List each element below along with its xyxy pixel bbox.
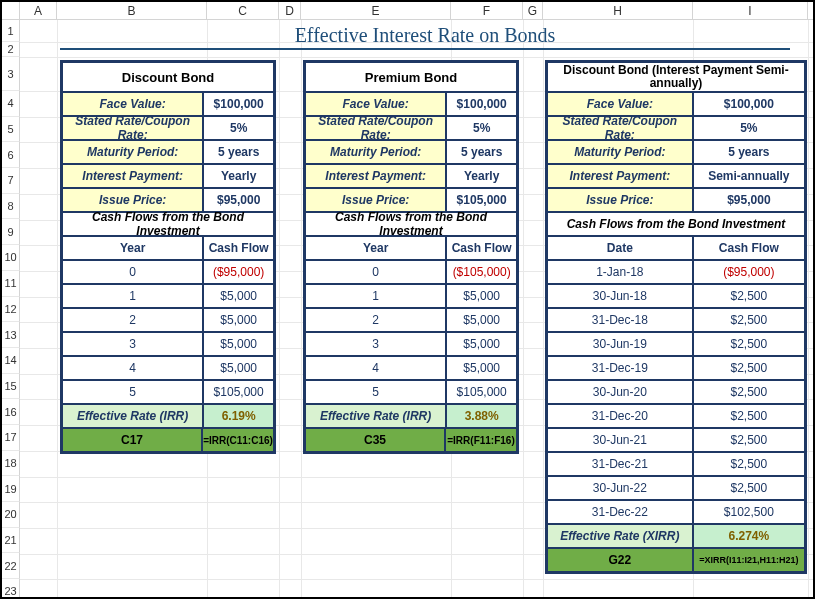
- col-H[interactable]: H: [543, 2, 693, 19]
- row-7[interactable]: 7: [2, 168, 20, 194]
- flow-cashflow[interactable]: $5,000: [446, 356, 517, 380]
- row-3[interactable]: 3: [2, 57, 20, 91]
- semi-ref[interactable]: G22: [547, 548, 693, 572]
- flow-period[interactable]: 3: [62, 332, 203, 356]
- label-rate[interactable]: Stated Rate/Coupon Rate:: [62, 116, 203, 140]
- discount-formula[interactable]: =IRR(C11:C16): [202, 428, 274, 452]
- discount-cashflows-header[interactable]: Cash Flows from the Bond Investment: [62, 212, 274, 236]
- flow-period[interactable]: 1-Jan-18: [547, 260, 693, 284]
- row-11[interactable]: 11: [2, 271, 20, 297]
- row-8[interactable]: 8: [2, 194, 20, 220]
- col-B[interactable]: B: [57, 2, 207, 19]
- flow-period[interactable]: 1: [62, 284, 203, 308]
- flow-cashflow[interactable]: ($105,000): [446, 260, 517, 284]
- col-F[interactable]: F: [451, 2, 523, 19]
- discount-face[interactable]: $100,000: [203, 92, 274, 116]
- semi-eff[interactable]: 6.274%: [693, 524, 805, 548]
- row-1[interactable]: 1: [2, 20, 20, 42]
- flow-cashflow[interactable]: $5,000: [446, 308, 517, 332]
- col-I[interactable]: I: [693, 2, 808, 19]
- semi-face[interactable]: $100,000: [693, 92, 805, 116]
- flow-cashflow[interactable]: $2,500: [693, 308, 805, 332]
- flow-cashflow[interactable]: $105,000: [446, 380, 517, 404]
- row-23[interactable]: 23: [2, 579, 20, 599]
- row-12[interactable]: 12: [2, 297, 20, 323]
- flow-period[interactable]: 31-Dec-19: [547, 356, 693, 380]
- discount-maturity[interactable]: 5 years: [203, 140, 274, 164]
- flow-period[interactable]: 30-Jun-19: [547, 332, 693, 356]
- row-17[interactable]: 17: [2, 425, 20, 451]
- flow-cashflow[interactable]: $2,500: [693, 404, 805, 428]
- flow-cashflow[interactable]: $5,000: [446, 332, 517, 356]
- col-D[interactable]: D: [279, 2, 301, 19]
- col-date[interactable]: Date: [547, 236, 693, 260]
- premium-eff[interactable]: 3.88%: [446, 404, 517, 428]
- flow-period[interactable]: 0: [62, 260, 203, 284]
- flow-period[interactable]: 31-Dec-21: [547, 452, 693, 476]
- flow-period[interactable]: 2: [62, 308, 203, 332]
- flow-period[interactable]: 3: [305, 332, 446, 356]
- flow-period[interactable]: 30-Jun-22: [547, 476, 693, 500]
- label-face[interactable]: Face Value:: [62, 92, 203, 116]
- discount-title[interactable]: Discount Bond: [62, 62, 274, 92]
- label-issue[interactable]: Issue Price:: [62, 188, 203, 212]
- premium-formula[interactable]: =IRR(F11:F16): [445, 428, 517, 452]
- row-16[interactable]: 16: [2, 399, 20, 425]
- semi-payment[interactable]: Semi-annually: [693, 164, 805, 188]
- semi-formula[interactable]: =XIRR(I11:I21,H11:H21): [693, 548, 805, 572]
- flow-period[interactable]: 30-Jun-21: [547, 428, 693, 452]
- row-21[interactable]: 21: [2, 528, 20, 554]
- flow-cashflow[interactable]: $5,000: [446, 284, 517, 308]
- row-9[interactable]: 9: [2, 219, 20, 245]
- flow-period[interactable]: 30-Jun-20: [547, 380, 693, 404]
- row-20[interactable]: 20: [2, 502, 20, 528]
- flow-cashflow[interactable]: $5,000: [203, 284, 274, 308]
- flow-period[interactable]: 1: [305, 284, 446, 308]
- row-4[interactable]: 4: [2, 91, 20, 117]
- row-15[interactable]: 15: [2, 374, 20, 400]
- flow-period[interactable]: 31-Dec-22: [547, 500, 693, 524]
- row-13[interactable]: 13: [2, 322, 20, 348]
- label-maturity[interactable]: Maturity Period:: [62, 140, 203, 164]
- flow-cashflow[interactable]: $105,000: [203, 380, 274, 404]
- row-14[interactable]: 14: [2, 348, 20, 374]
- flow-period[interactable]: 5: [62, 380, 203, 404]
- discount-issue[interactable]: $95,000: [203, 188, 274, 212]
- premium-rate[interactable]: 5%: [446, 116, 517, 140]
- row-10[interactable]: 10: [2, 245, 20, 271]
- discount-eff-label[interactable]: Effective Rate (IRR): [62, 404, 203, 428]
- row-5[interactable]: 5: [2, 117, 20, 143]
- flow-cashflow[interactable]: ($95,000): [203, 260, 274, 284]
- col-G[interactable]: G: [523, 2, 543, 19]
- flow-cashflow[interactable]: $2,500: [693, 332, 805, 356]
- col-cashflow[interactable]: Cash Flow: [203, 236, 274, 260]
- row-22[interactable]: 22: [2, 553, 20, 579]
- col-E[interactable]: E: [301, 2, 451, 19]
- row-6[interactable]: 6: [2, 142, 20, 168]
- flow-cashflow[interactable]: ($95,000): [693, 260, 805, 284]
- premium-eff-label[interactable]: Effective Rate (IRR): [305, 404, 446, 428]
- flow-period[interactable]: 4: [305, 356, 446, 380]
- flow-cashflow[interactable]: $5,000: [203, 308, 274, 332]
- semi-maturity[interactable]: 5 years: [693, 140, 805, 164]
- flow-period[interactable]: 5: [305, 380, 446, 404]
- semi-issue[interactable]: $95,000: [693, 188, 805, 212]
- flow-cashflow[interactable]: $2,500: [693, 380, 805, 404]
- premium-face[interactable]: $100,000: [446, 92, 517, 116]
- flow-cashflow[interactable]: $2,500: [693, 476, 805, 500]
- discount-eff[interactable]: 6.19%: [203, 404, 274, 428]
- premium-issue[interactable]: $105,000: [446, 188, 517, 212]
- flow-cashflow[interactable]: $5,000: [203, 332, 274, 356]
- semi-title[interactable]: Discount Bond (Interest Payment Semi-ann…: [547, 62, 805, 92]
- semi-rate[interactable]: 5%: [693, 116, 805, 140]
- row-18[interactable]: 18: [2, 451, 20, 477]
- discount-rate[interactable]: 5%: [203, 116, 274, 140]
- flow-cashflow[interactable]: $102,500: [693, 500, 805, 524]
- premium-maturity[interactable]: 5 years: [446, 140, 517, 164]
- label-payment[interactable]: Interest Payment:: [62, 164, 203, 188]
- flow-period[interactable]: 31-Dec-20: [547, 404, 693, 428]
- discount-ref[interactable]: C17: [62, 428, 202, 452]
- row-19[interactable]: 19: [2, 476, 20, 502]
- semi-eff-label[interactable]: Effective Rate (XIRR): [547, 524, 693, 548]
- premium-title[interactable]: Premium Bond: [305, 62, 517, 92]
